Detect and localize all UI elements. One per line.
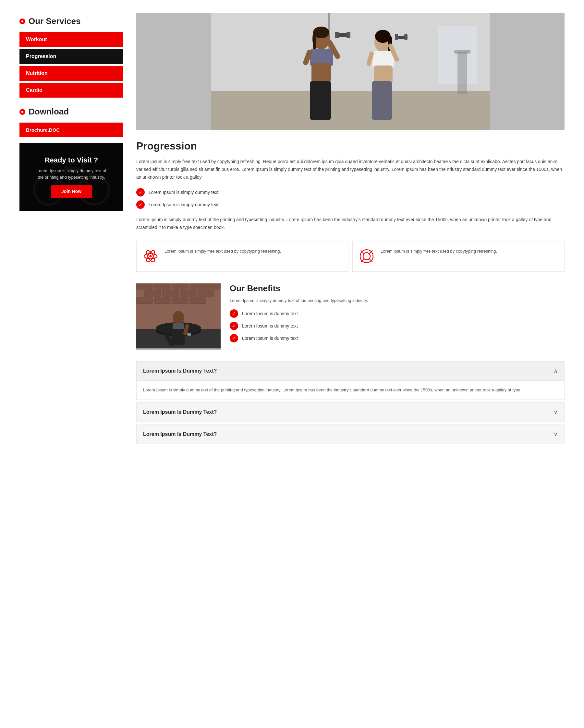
check-icon: ✓	[136, 188, 145, 197]
benefit-text: Lorem Ipsum is dummy text	[242, 336, 298, 341]
brochure-button[interactable]: Brochure.DOC	[20, 123, 123, 137]
chevron-down-icon: ∨	[554, 409, 558, 416]
visit-card-content: Ready to Visit ? Lorem Ipsum is simply d…	[36, 156, 107, 198]
svg-rect-27	[335, 32, 339, 38]
progression-body: Lorem ipsum is simply free text used by …	[136, 158, 564, 181]
accordion-item-1: Lorem Ipsum Is Dummy Text?∧Lorem Ipsum i…	[136, 361, 564, 400]
svg-point-48	[363, 253, 370, 260]
accordion-body-1: Lorem Ipsum is simply dummy text of the …	[136, 380, 564, 399]
accordion-item-2: Lorem Ipsum Is Dummy Text?∨	[136, 402, 564, 422]
chevron-down-icon: ∨	[554, 431, 558, 438]
benefits-list: ✓Lorem Ipsum is dummy text✓Lorem Ipsum i…	[230, 309, 564, 342]
svg-point-46	[150, 255, 152, 257]
svg-rect-39	[404, 34, 407, 40]
check-list-item: ✓Lorem Ipsum is simply dummy text	[136, 188, 564, 197]
sidebar: Our Services WorkoutProgressionNutrition…	[20, 13, 123, 446]
visit-card-title: Ready to Visit ?	[45, 156, 98, 164]
hero-svg	[136, 13, 564, 130]
check-list-item: ✓Lorem Ipsum is simply dummy text	[136, 201, 564, 209]
svg-point-70	[173, 311, 184, 324]
services-menu: WorkoutProgressionNutritionCardio	[20, 32, 123, 98]
svg-rect-16	[211, 91, 490, 130]
benefits-content: Our Benefits Lorem Ipsum is simply dummy…	[230, 283, 564, 349]
benefit-list-item: ✓Lorem Ipsum is dummy text	[230, 309, 564, 318]
svg-rect-23	[311, 63, 331, 83]
progression-title: Progression	[136, 140, 564, 152]
svg-rect-61	[180, 290, 196, 296]
visit-card-text: Lorem Ipsum is simply dummy text of the …	[36, 168, 107, 180]
accordion-question-2: Lorem Ipsum Is Dummy Text?	[143, 409, 217, 415]
menu-item-cardio[interactable]: Cardio	[20, 83, 123, 98]
check-icon: ✓	[230, 322, 238, 330]
benefits-image	[136, 283, 221, 349]
check-item-text: Lorem Ipsum is simply dummy text	[149, 190, 219, 195]
svg-rect-57	[190, 283, 206, 289]
check-icon: ✓	[136, 201, 145, 209]
download-heading: Download	[20, 107, 123, 117]
accordion-question-1: Lorem Ipsum Is Dummy Text?	[143, 368, 217, 374]
svg-rect-75	[187, 333, 191, 336]
hero-image	[136, 13, 564, 130]
svg-rect-41	[457, 52, 467, 94]
check-list: ✓Lorem Ipsum is simply dummy text✓Lorem …	[136, 188, 564, 209]
download-dot-icon	[20, 109, 25, 115]
chevron-up-icon: ∧	[554, 367, 558, 374]
svg-rect-54	[136, 283, 152, 289]
services-dot-icon	[20, 19, 25, 24]
info-card-1: Lorem ipsum is simply free text used by …	[136, 241, 349, 272]
svg-rect-42	[454, 50, 471, 53]
join-now-button[interactable]: Join Now	[51, 185, 92, 198]
benefit-text: Lorem Ipsum is dummy text	[242, 311, 298, 316]
services-heading: Our Services	[20, 16, 123, 26]
accordion-header-3[interactable]: Lorem Ipsum Is Dummy Text?∨	[136, 425, 564, 444]
svg-rect-28	[347, 32, 350, 38]
svg-rect-58	[206, 283, 221, 289]
benefit-list-item: ✓Lorem Ipsum is dummy text	[230, 322, 564, 330]
info-card-1-text: Lorem ipsum is simply free text used by …	[164, 248, 281, 255]
benefits-desc: Lorem Ipsum is simply dummy text of the …	[230, 297, 564, 304]
svg-rect-34	[374, 66, 392, 83]
svg-rect-59	[144, 290, 160, 296]
check-icon: ✓	[230, 309, 238, 318]
accordion-header-2[interactable]: Lorem Ipsum Is Dummy Text?∨	[136, 403, 564, 421]
check-icon: ✓	[230, 334, 238, 342]
accordion-item-3: Lorem Ipsum Is Dummy Text?∨	[136, 424, 564, 444]
svg-rect-62	[198, 290, 214, 296]
atom-icon	[143, 248, 159, 264]
svg-rect-24	[310, 81, 331, 120]
benefit-text: Lorem Ipsum is dummy text	[242, 323, 298, 329]
benefits-section: Our Benefits Lorem Ipsum is simply dummy…	[136, 283, 564, 349]
menu-item-workout[interactable]: Workout	[20, 32, 123, 47]
accordion: Lorem Ipsum Is Dummy Text?∧Lorem Ipsum i…	[136, 361, 564, 444]
benefits-title: Our Benefits	[230, 283, 564, 293]
check-item-text: Lorem Ipsum is simply dummy text	[149, 202, 219, 207]
visit-card: Ready to Visit ? Lorem Ipsum is simply d…	[20, 143, 123, 211]
svg-rect-60	[162, 290, 178, 296]
menu-item-progression[interactable]: Progression	[20, 49, 123, 64]
info-card-2: Lorem ipsum is simply free text used by …	[352, 241, 564, 272]
svg-rect-38	[395, 34, 398, 40]
svg-rect-64	[154, 298, 170, 304]
main-content: Progression Lorem ipsum is simply free t…	[136, 13, 564, 446]
info-cards: Lorem ipsum is simply free text used by …	[136, 241, 564, 272]
lifesaver-icon	[358, 248, 375, 264]
services-heading-text: Our Services	[29, 16, 80, 26]
accordion-header-1[interactable]: Lorem Ipsum Is Dummy Text?∧	[136, 362, 564, 380]
svg-rect-63	[136, 298, 152, 304]
progression-body2: Lorem Ipsum is simply dummy text of the …	[136, 216, 564, 232]
svg-rect-56	[172, 283, 188, 289]
svg-rect-35	[372, 81, 392, 120]
svg-rect-55	[154, 283, 170, 289]
menu-item-nutrition[interactable]: Nutrition	[20, 66, 123, 81]
svg-rect-65	[172, 298, 188, 304]
accordion-question-3: Lorem Ipsum Is Dummy Text?	[143, 431, 217, 437]
svg-rect-66	[190, 298, 206, 304]
benefit-list-item: ✓Lorem Ipsum is dummy text	[230, 334, 564, 342]
svg-rect-72	[172, 329, 185, 345]
download-heading-text: Download	[29, 107, 69, 117]
info-card-2-text: Lorem ipsum is simply free text used by …	[381, 248, 497, 255]
